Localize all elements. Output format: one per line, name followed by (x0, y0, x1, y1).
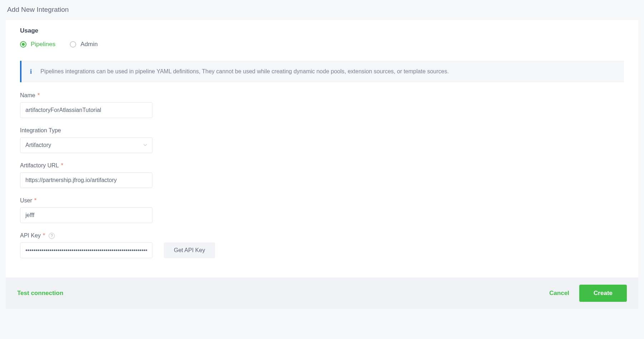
form-group-url: Artifactory URL* (20, 162, 624, 188)
info-banner: i Pipelines integrations can be used in … (20, 61, 624, 82)
info-icon: i (30, 68, 32, 75)
label-apikey: API Key* ? (20, 232, 624, 239)
label-user-text: User (20, 197, 32, 204)
label-url-text: Artifactory URL (20, 162, 59, 169)
required-asterisk: * (61, 162, 63, 169)
integration-type-select-wrapper (20, 137, 152, 153)
user-input[interactable] (20, 207, 152, 223)
radio-label-admin: Admin (80, 41, 98, 48)
footer-bar: Test connection Cancel Create (6, 277, 638, 309)
artifactory-url-input[interactable] (20, 172, 152, 188)
integration-type-select[interactable] (20, 137, 152, 153)
info-text: Pipelines integrations can be used in pi… (40, 67, 449, 76)
get-api-key-button[interactable]: Get API Key (164, 242, 215, 258)
radio-icon-selected (20, 41, 26, 48)
label-type-text: Integration Type (20, 127, 61, 134)
radio-admin[interactable]: Admin (70, 41, 98, 48)
cancel-button[interactable]: Cancel (549, 290, 569, 297)
form-group-user: User* (20, 197, 624, 223)
usage-radio-group: Pipelines Admin (20, 41, 624, 48)
form-group-type: Integration Type (20, 127, 624, 153)
label-type: Integration Type (20, 127, 624, 134)
page-title: Add New Integration (0, 0, 644, 20)
required-asterisk: * (38, 92, 40, 99)
form-group-name: Name* (20, 92, 624, 118)
label-apikey-text: API Key (20, 232, 41, 239)
test-connection-button[interactable]: Test connection (17, 290, 63, 297)
content-panel: Usage Pipelines Admin i Pipelines integr… (6, 20, 638, 277)
radio-label-pipelines: Pipelines (31, 41, 55, 48)
name-input[interactable] (20, 102, 152, 118)
apikey-input[interactable] (20, 242, 152, 258)
label-user: User* (20, 197, 624, 204)
create-button[interactable]: Create (579, 285, 627, 302)
help-icon[interactable]: ? (49, 233, 55, 239)
usage-heading: Usage (20, 27, 624, 34)
label-name: Name* (20, 92, 624, 99)
radio-pipelines[interactable]: Pipelines (20, 41, 55, 48)
footer-actions: Cancel Create (549, 285, 627, 302)
required-asterisk: * (43, 232, 45, 239)
label-url: Artifactory URL* (20, 162, 624, 169)
form-group-apikey: API Key* ? Get API Key (20, 232, 624, 258)
apikey-row: Get API Key (20, 242, 624, 258)
radio-icon-unselected (70, 41, 76, 48)
required-asterisk: * (34, 197, 36, 204)
label-name-text: Name (20, 92, 35, 99)
